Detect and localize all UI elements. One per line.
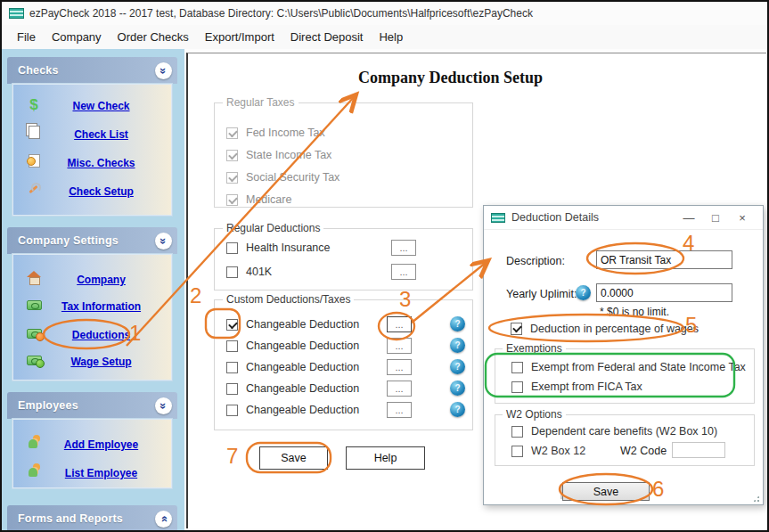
checkbox-401k[interactable] xyxy=(226,266,238,278)
section-header-employees[interactable]: Employees » xyxy=(7,392,177,419)
sidebar-link[interactable]: List Employee xyxy=(65,467,137,479)
changeable-deduction-5-more-button[interactable]: ... xyxy=(387,402,412,418)
row-changeable-deduction-4: Changeable Deduction xyxy=(226,381,359,396)
section-panel-checks: $ New Check Check List Misc. Checks Chec… xyxy=(12,84,172,216)
menu-order-checks[interactable]: Order Checks xyxy=(110,27,197,47)
group-custom-deductions: Custom Deductions/Taxes Changeable Deduc… xyxy=(214,299,473,430)
checkbox-label: State Income Tax xyxy=(246,149,331,161)
description-label: Description: xyxy=(506,255,565,267)
window-title: ezPayCheck 2018 -- 2017 test, Database D… xyxy=(29,7,533,20)
chevron-up-icon[interactable]: » xyxy=(155,397,172,414)
menu-direct-deposit[interactable]: Direct Deposit xyxy=(282,27,372,47)
app-window: ezPayCheck 2018 -- 2017 test, Database D… xyxy=(0,0,769,532)
dollar-icon: $ xyxy=(29,96,37,114)
help-globe-icon[interactable]: ? xyxy=(450,316,465,331)
dialog-save-button[interactable]: Save xyxy=(562,482,650,501)
section-label: Employees xyxy=(18,399,155,412)
checkbox-label: Social Security Tax xyxy=(246,171,340,184)
deduction-details-dialog: Deduction Details — □ × Description: Yea… xyxy=(483,205,764,505)
sidebar-item-list-employee[interactable]: List Employee xyxy=(13,461,171,484)
section-header-forms-reports[interactable]: Forms and Reports » xyxy=(7,505,177,532)
yearly-uplimit-label: Yearly Uplimit: xyxy=(506,288,577,300)
checkbox-changeable-deduction-3[interactable] xyxy=(226,362,238,373)
sidebar-link[interactable]: Check List xyxy=(74,128,128,141)
section-header-checks[interactable]: Checks » xyxy=(7,57,177,84)
person-add-icon xyxy=(27,435,41,449)
dialog-title-bar[interactable]: Deduction Details — □ × xyxy=(484,206,763,230)
checkbox-changeable-deduction-4[interactable] xyxy=(226,383,238,395)
group-label: Exemptions xyxy=(503,342,566,355)
help-button[interactable]: Help xyxy=(346,446,425,470)
sidebar-link[interactable]: New Check xyxy=(72,100,129,112)
minimize-icon[interactable]: — xyxy=(675,211,702,225)
save-button[interactable]: Save xyxy=(259,446,328,470)
menu-help[interactable]: Help xyxy=(371,27,411,47)
checkbox-percentage-of-wages[interactable] xyxy=(511,323,522,335)
maximize-icon[interactable]: □ xyxy=(702,211,729,225)
sidebar-item-deductions[interactable]: Deductions xyxy=(13,323,171,346)
sidebar-item-wage-setup[interactable]: Wage Setup xyxy=(13,349,171,372)
description-input[interactable] xyxy=(596,250,732,269)
yearly-uplimit-input[interactable] xyxy=(596,283,732,302)
changeable-deduction-3-more-button[interactable]: ... xyxy=(387,359,412,375)
resize-grip[interactable] xyxy=(752,495,760,503)
sidebar-item-misc-checks[interactable]: Misc. Checks xyxy=(13,151,171,174)
checkbox-medicare xyxy=(226,194,238,206)
close-icon[interactable]: × xyxy=(729,211,756,225)
sidebar-item-company[interactable]: Company xyxy=(13,267,171,291)
sidebar-link[interactable]: Wage Setup xyxy=(70,356,131,368)
help-globe-icon[interactable]: ? xyxy=(576,285,591,300)
title-bar: ezPayCheck 2018 -- 2017 test, Database D… xyxy=(2,2,767,25)
checkbox-changeable-deduction-1[interactable] xyxy=(226,319,238,331)
person-icon xyxy=(27,463,41,478)
help-globe-icon[interactable]: ? xyxy=(450,338,465,353)
checkbox-exempt-federal-state[interactable] xyxy=(511,362,523,373)
checkbox-changeable-deduction-2[interactable] xyxy=(226,340,238,352)
help-globe-icon[interactable]: ? xyxy=(450,402,465,417)
sidebar-item-tax-information[interactable]: Tax Information xyxy=(13,294,171,317)
menu-bar: File Company Order Checks Export/Import … xyxy=(2,25,767,49)
health-insurance-more-button[interactable]: ... xyxy=(391,240,416,256)
row-health-insurance: Health Insurance xyxy=(226,241,331,255)
chevron-up-icon[interactable]: » xyxy=(155,233,172,250)
menu-export-import[interactable]: Export/Import xyxy=(197,27,282,47)
sidebar: Checks » $ New Check Check List Misc. Ch… xyxy=(2,49,184,530)
checkbox-dependent-care[interactable] xyxy=(511,426,523,438)
sidebar-link[interactable]: Add Employee xyxy=(64,438,138,451)
sidebar-link[interactable]: Tax Information xyxy=(61,300,141,313)
checkbox-health-insurance[interactable] xyxy=(226,242,238,254)
sidebar-link[interactable]: Misc. Checks xyxy=(67,157,135,169)
checkbox-label: Changeable Deduction xyxy=(246,361,359,373)
help-globe-icon[interactable]: ? xyxy=(450,359,465,374)
group-label: W2 Options xyxy=(503,408,566,421)
sidebar-item-add-employee[interactable]: Add Employee xyxy=(13,432,171,455)
401k-more-button[interactable]: ... xyxy=(391,264,416,280)
checkbox-social-security-tax xyxy=(226,172,238,184)
checkbox-label: W2 Box 12 xyxy=(531,445,585,457)
w2-code-input[interactable] xyxy=(672,442,725,458)
chevron-up-icon[interactable]: » xyxy=(155,62,172,79)
checkbox-changeable-deduction-5[interactable] xyxy=(226,405,238,416)
sidebar-item-new-check[interactable]: $ New Check xyxy=(13,94,171,117)
chevron-down-icon[interactable]: » xyxy=(155,511,172,528)
section-label: Checks xyxy=(18,64,155,77)
checkbox-exempt-fica[interactable] xyxy=(511,381,523,393)
changeable-deduction-2-more-button[interactable]: ... xyxy=(387,338,412,354)
sidebar-link[interactable]: Deductions xyxy=(72,329,130,341)
checkbox-label: 401K xyxy=(246,266,272,278)
changeable-deduction-1-more-button[interactable]: ... xyxy=(387,316,412,332)
sidebar-link[interactable]: Check Setup xyxy=(69,185,134,198)
row-percentage-of-wages: Deduction in percentage of wages xyxy=(511,322,699,336)
checkbox-label: Exempt from FICA Tax xyxy=(531,381,642,393)
changeable-deduction-4-more-button[interactable]: ... xyxy=(387,381,412,397)
section-header-company-settings[interactable]: Company Settings » xyxy=(7,227,177,254)
sidebar-link[interactable]: Company xyxy=(77,274,126,286)
sidebar-item-check-list[interactable]: Check List xyxy=(13,122,171,145)
note-icon xyxy=(29,154,40,168)
menu-company[interactable]: Company xyxy=(44,27,110,47)
sidebar-item-check-setup[interactable]: Check Setup xyxy=(13,179,171,202)
menu-file[interactable]: File xyxy=(9,27,44,47)
row-changeable-deduction-2: Changeable Deduction xyxy=(226,339,359,353)
help-globe-icon[interactable]: ? xyxy=(450,381,465,396)
checkbox-w2-box12[interactable] xyxy=(511,446,523,457)
